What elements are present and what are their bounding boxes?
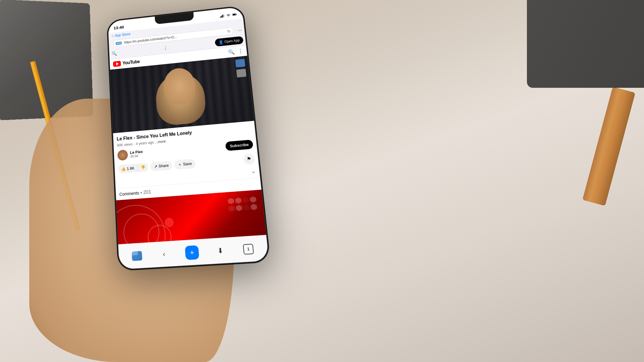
video-person: [110, 56, 254, 133]
reload-icon[interactable]: ↻: [227, 29, 231, 34]
open-app-button[interactable]: 👤 Open App: [215, 36, 244, 47]
download-icon: ⬇: [217, 246, 224, 255]
wifi-icon: [226, 13, 231, 18]
phone-body: 13:40: [107, 6, 270, 270]
subscriber-count: 39.9K: [130, 154, 143, 159]
desktop-icons: [235, 59, 246, 78]
new-tab-button[interactable]: +: [185, 245, 199, 260]
play-triangle-icon: [116, 62, 119, 66]
youtube-icon: [113, 61, 121, 67]
youtube-title: YouTube: [122, 59, 140, 66]
ad-hex-pattern: [228, 196, 257, 212]
hex-3: [242, 197, 249, 203]
share-button[interactable]: ↗ Share: [150, 161, 172, 171]
hex-4: [250, 196, 256, 203]
back-button[interactable]: ‹: [157, 248, 170, 261]
more-link[interactable]: ...more: [155, 139, 166, 144]
browser-more-icon[interactable]: ···: [237, 27, 242, 33]
user-circle-icon: 👤: [218, 40, 223, 45]
separator: ·: [133, 142, 135, 146]
save-label: Save: [183, 161, 192, 167]
view-count: 90K views: [117, 142, 133, 147]
files-app-icon[interactable]: [131, 249, 143, 263]
signal-icon: [220, 13, 225, 18]
youtube-header-icons: 🔍 ⋮: [228, 48, 243, 56]
svg-rect-0: [220, 17, 221, 18]
flag-icon: ⚑: [246, 156, 251, 162]
menu-dots-icon[interactable]: ⋮: [163, 45, 168, 51]
thumbs-down-icon: 👎: [141, 165, 145, 170]
chevron-icon[interactable]: ⌄: [251, 168, 256, 175]
dislike-button[interactable]: 👎: [137, 163, 148, 172]
like-dislike-button[interactable]: 👍 1.8K 👎: [118, 163, 148, 174]
svg-rect-5: [237, 14, 237, 15]
status-icons: [220, 12, 237, 18]
save-icon: ＋: [178, 162, 182, 167]
ad-dot: [165, 217, 174, 227]
back-arrow-icon: ‹: [163, 250, 165, 258]
comments-label: Comments: [119, 191, 139, 197]
dark-item: [527, 0, 644, 88]
svg-rect-1: [221, 16, 222, 18]
channel-info: Le Flex 39.9K: [130, 150, 143, 158]
hex-2: [235, 197, 242, 204]
tab-switcher-button[interactable]: 1: [242, 242, 255, 256]
hex-8: [251, 204, 257, 210]
svg-rect-6: [233, 14, 236, 15]
thumbs-up-icon: 👍: [121, 167, 126, 171]
like-button[interactable]: 👍 1.8K: [118, 164, 138, 174]
save-button[interactable]: ＋ Save: [174, 159, 196, 170]
battery-icon: [232, 12, 237, 17]
channel-avatar[interactable]: [117, 150, 128, 161]
share-icon: ↗: [154, 164, 157, 169]
plus-icon: +: [190, 248, 195, 256]
hdd-icon: [236, 69, 246, 78]
hex-1: [228, 198, 234, 205]
search-icon[interactable]: 🔍: [228, 49, 235, 56]
youtube-logo[interactable]: YouTube: [113, 59, 140, 67]
back-chevron-icon: ‹: [112, 34, 113, 38]
files-folder-icon: [132, 251, 142, 261]
download-button[interactable]: ⬇: [214, 244, 227, 258]
phone-screen: 13:40: [108, 7, 269, 270]
comments-count: 201: [143, 189, 151, 195]
vpn-badge: VPN: [116, 41, 122, 45]
hex-7: [243, 204, 250, 211]
open-app-label: Open App: [224, 38, 240, 44]
flag-button[interactable]: ⚑: [243, 153, 255, 165]
like-count: 1.8K: [127, 166, 135, 171]
folder-icon: [235, 59, 245, 68]
svg-rect-2: [222, 15, 223, 17]
hex-5: [228, 205, 235, 212]
video-age: 4 years ago: [136, 140, 154, 146]
search-icon[interactable]: 🔍: [112, 51, 117, 56]
svg-rect-3: [223, 14, 225, 17]
hex-6: [236, 205, 242, 211]
status-time: 13:40: [114, 25, 124, 30]
tab-count-badge: 1: [243, 243, 254, 254]
channel-left: Le Flex 39.9K: [117, 148, 143, 161]
video-thumbnail[interactable]: [110, 56, 254, 133]
more-options-icon[interactable]: ⋮: [238, 48, 244, 54]
share-label: Share: [158, 163, 169, 169]
subscribe-button[interactable]: Subscribe: [225, 140, 253, 151]
phone: 13:40: [107, 6, 270, 270]
app-store-link[interactable]: App Store: [114, 32, 130, 37]
